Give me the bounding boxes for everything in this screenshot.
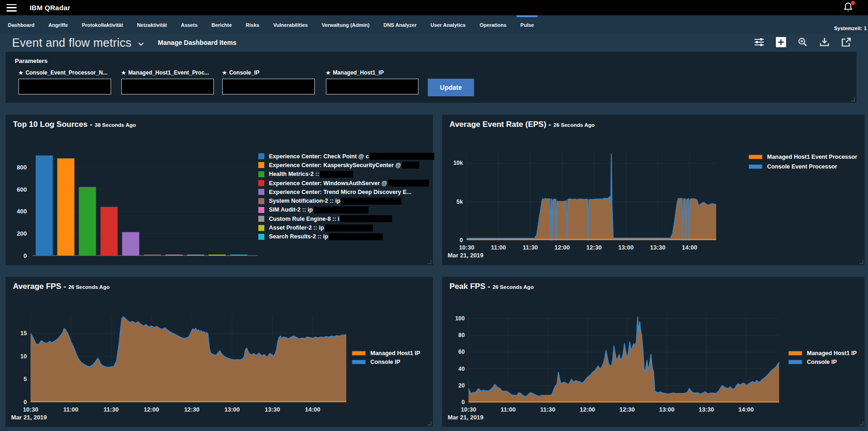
- svg-text:15: 15: [20, 330, 27, 337]
- open-external-icon[interactable]: [841, 37, 851, 47]
- svg-text:60: 60: [458, 349, 465, 355]
- svg-text:14:00: 14:00: [305, 406, 320, 413]
- nav-tab-verwaltung-admin-[interactable]: Verwaltung (Admin): [315, 15, 376, 34]
- legend-swatch-icon: [258, 225, 264, 231]
- parameter-input[interactable]: [326, 79, 418, 94]
- legend-item[interactable]: Experience Center: WindowsAuthServer @: [258, 179, 434, 187]
- svg-text:11:00: 11:00: [500, 406, 516, 413]
- legend-swatch-icon: [258, 171, 264, 177]
- nav-tab-label: Protokollaktivität: [82, 22, 123, 28]
- resize-handle-icon[interactable]: [427, 421, 431, 425]
- nav-tab-label: Pulse: [520, 22, 534, 28]
- parameters-panel: Parameters ★Console_Event_Processor_N...…: [6, 52, 856, 103]
- svg-text:0: 0: [462, 399, 465, 406]
- resize-handle-icon[interactable]: [859, 260, 863, 264]
- legend-item[interactable]: Managed Host1 Event Processor: [749, 152, 857, 162]
- legend-item[interactable]: Console Event Processor: [749, 162, 857, 171]
- nav-tab-vulnerabilities[interactable]: Vulnerabilities: [266, 15, 315, 34]
- average-fps-chart: 10:3011:0011:3012:0012:3013:0013:3014:00…: [10, 304, 371, 426]
- svg-text:40: 40: [458, 366, 465, 372]
- legend-item[interactable]: System Notification-2 :: ip: [258, 196, 434, 205]
- svg-text:12:00: 12:00: [555, 244, 570, 251]
- legend-item[interactable]: SIM Audit-2 :: ip: [258, 206, 434, 214]
- notifications-bell-icon[interactable]: [842, 1, 855, 14]
- legend-item[interactable]: Console IP: [788, 358, 857, 367]
- nav-tab-netzaktivit-t[interactable]: Netzaktivität: [130, 15, 174, 34]
- legend-swatch-icon: [352, 351, 366, 356]
- legend-item[interactable]: Experience Center: Trend Micro Deep Disc…: [258, 187, 434, 196]
- legend-label: Search Results-2 :: ip: [269, 233, 328, 240]
- resize-handle-icon[interactable]: [851, 97, 855, 101]
- nav-tab-label: Berichte: [212, 22, 232, 28]
- nav-tab-label: Angriffe: [48, 22, 68, 28]
- legend-item[interactable]: Custom Rule Engine-8 :: i: [258, 214, 434, 223]
- nav-tab-dashboard[interactable]: Dashboard: [1, 15, 41, 34]
- resize-handle-icon[interactable]: [427, 260, 431, 264]
- svg-text:11:30: 11:30: [104, 406, 119, 413]
- legend-label: Custom Rule Engine-8 :: i: [269, 216, 339, 222]
- parameter-input[interactable]: [19, 79, 111, 94]
- legend-swatch-icon: [258, 180, 264, 186]
- nav-tab-protokollaktivit-t[interactable]: Protokollaktivität: [75, 15, 130, 34]
- svg-text:14:00: 14:00: [682, 244, 697, 251]
- zoom-in-icon[interactable]: [798, 37, 808, 47]
- legend-swatch-icon: [788, 360, 802, 364]
- nav-tab-label: DNS Analyzer: [383, 22, 417, 28]
- svg-text:800: 800: [17, 164, 27, 171]
- legend-item[interactable]: Managed Host1 IP: [788, 349, 857, 358]
- filter-sliders-icon[interactable]: [754, 37, 764, 47]
- legend-item[interactable]: Experience Center: Check Point @ c: [258, 152, 434, 161]
- legend-item[interactable]: Asset Profiler-2 :: ip: [258, 223, 434, 232]
- dashboard-header: Event and flow metrics Manage Dashboard …: [0, 34, 868, 51]
- chevron-down-icon[interactable]: [138, 40, 144, 48]
- nav-tab-risks[interactable]: Risks: [239, 15, 266, 34]
- nav-tab-user-analytics[interactable]: User Analytics: [424, 15, 473, 34]
- chart-title: Peak FPS -26 Seconds Ago: [450, 282, 534, 291]
- nav-tab-label: User Analytics: [431, 22, 466, 28]
- legend-item[interactable]: Experience Center: KasperskySecurityCent…: [258, 161, 434, 169]
- top-app-bar: IBM QRadar: [0, 0, 868, 15]
- legend-item[interactable]: Managed Host1 IP: [352, 349, 420, 358]
- nav-tab-pulse[interactable]: Pulse: [513, 15, 541, 34]
- manage-dashboard-items-button[interactable]: Manage Dashboard Items: [158, 39, 237, 46]
- peak-fps-chart: 10:3011:0011:3012:0012:3013:0013:3014:00…: [447, 304, 808, 426]
- legend-swatch-icon: [258, 189, 264, 195]
- svg-text:12:30: 12:30: [587, 244, 602, 251]
- add-widget-icon[interactable]: [776, 37, 786, 47]
- svg-text:11:00: 11:00: [491, 244, 506, 251]
- legend-swatch-icon: [258, 162, 264, 168]
- svg-text:13:30: 13:30: [650, 244, 665, 251]
- update-button[interactable]: Update: [428, 79, 474, 96]
- active-tab-indicator: [517, 15, 537, 17]
- nav-tab-angriffe[interactable]: Angriffe: [41, 15, 75, 34]
- svg-text:12:00: 12:00: [580, 406, 595, 413]
- parameter-input[interactable]: [222, 79, 315, 94]
- nav-tab-label: Assets: [181, 22, 198, 28]
- resize-handle-icon[interactable]: [859, 421, 863, 425]
- chart-title: Top 10 Log Sources -38 Seconds Ago: [13, 120, 136, 129]
- peak-fps-panel: Peak FPS -26 Seconds Ago 10:3011:0011:30…: [442, 277, 865, 427]
- hamburger-menu-icon[interactable]: [6, 4, 17, 12]
- download-icon[interactable]: [819, 37, 830, 47]
- legend-item[interactable]: Console IP: [352, 358, 420, 367]
- redacted-text: [340, 215, 392, 222]
- legend-item[interactable]: Health Metrics-2 ::: [258, 170, 434, 179]
- dashboard-title[interactable]: Event and flow metrics: [12, 36, 131, 50]
- parameter-field: ★Console_IP: [222, 69, 315, 94]
- nav-tab-operations[interactable]: Operations: [473, 15, 513, 34]
- svg-text:100: 100: [455, 315, 465, 322]
- legend-item[interactable]: Search Results-2 :: ip: [258, 232, 434, 241]
- nav-tab-assets[interactable]: Assets: [174, 15, 205, 34]
- svg-text:600: 600: [17, 186, 27, 193]
- parameter-input[interactable]: [121, 79, 214, 94]
- nav-tab-dns-analyzer[interactable]: DNS Analyzer: [376, 15, 424, 34]
- legend-swatch-icon: [749, 155, 762, 159]
- top-log-sources-panel: Top 10 Log Sources -38 Seconds Ago 02004…: [6, 115, 433, 265]
- svg-text:0: 0: [24, 399, 27, 406]
- nav-tab-berichte[interactable]: Berichte: [205, 15, 239, 34]
- legend-label: Managed Host1 IP: [370, 350, 420, 356]
- svg-text:11:30: 11:30: [540, 406, 556, 413]
- legend-label: Experience Center: WindowsAuthServer @: [269, 180, 387, 187]
- required-star-icon: ★: [19, 70, 23, 75]
- svg-text:11:00: 11:00: [63, 406, 79, 413]
